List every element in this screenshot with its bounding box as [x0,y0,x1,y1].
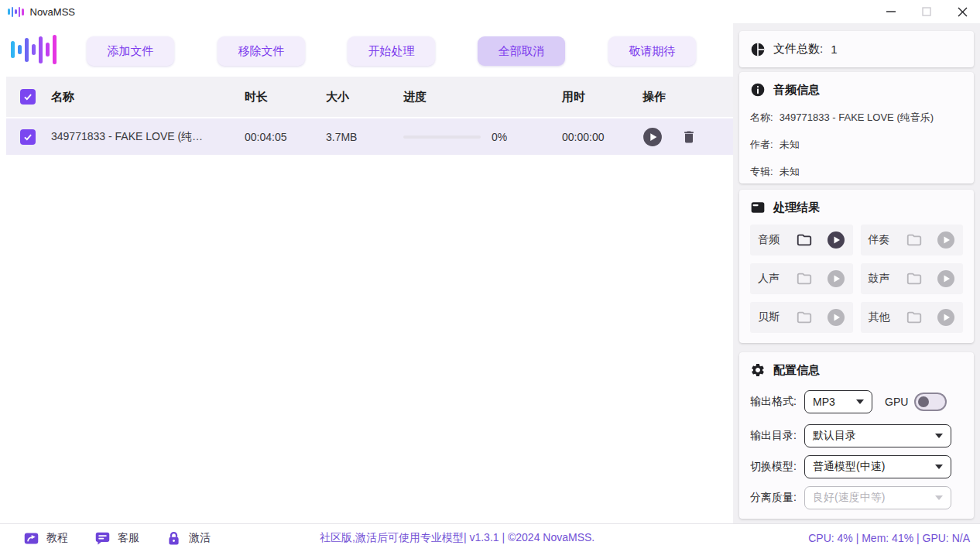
app-logo-icon [8,5,24,18]
pie-chart-icon [750,42,766,57]
output-format-select[interactable]: MP3 [804,390,872,413]
row-progress: 0% [397,131,556,143]
close-button[interactable] [944,0,980,23]
add-files-button[interactable]: 添加文件 [87,36,174,66]
play-icon [937,308,955,327]
row-checkbox[interactable] [20,129,36,145]
row-size: 3.7MB [320,131,397,143]
tutorial-link[interactable]: 教程 [23,530,68,547]
audio-name-label: 名称: [750,111,773,125]
result-item-audio: 音频 [750,225,853,255]
header-actions: 操作 [633,90,733,105]
play-result-button[interactable] [937,308,955,327]
row-duration: 00:04:05 [238,131,320,143]
folder-icon [906,270,923,287]
row-play-button[interactable] [642,127,663,147]
row-checkbox-cell [6,129,45,145]
result-label: 人声 [758,272,780,286]
output-format-value: MP3 [813,396,835,408]
start-processing-button[interactable]: 开始处理 [348,36,435,66]
play-result-button[interactable] [827,231,845,249]
check-icon [22,91,33,102]
audio-artist-value: 未知 [780,138,800,152]
check-icon [22,132,33,142]
output-dir-row: 输出目录: 默认目录 [750,424,963,447]
result-item-drums: 鼓声 [861,263,964,294]
open-folder-button[interactable] [906,231,923,249]
quality-label: 分离质量: [750,491,804,505]
play-icon [937,269,955,288]
audio-artist-label: 作者: [750,138,773,152]
version-status-text: 社区版,激活后可使用专业模型| v1.3.1 | ©2024 NovaMSS. [320,524,595,552]
open-folder-button[interactable] [906,309,923,326]
header-elapsed: 用时 [556,90,633,105]
select-all-checkbox[interactable] [20,89,36,105]
header-name: 名称 [45,90,238,105]
table-row[interactable]: 349771833 - FAKE LOVE (纯… 00:04:05 3.7MB… [6,118,733,155]
output-format-row: 输出格式: MP3 GPU [750,390,963,413]
chevron-down-icon [935,434,943,438]
open-folder-button[interactable] [906,270,923,287]
result-label: 鼓声 [869,272,890,286]
output-dir-value: 默认目录 [813,429,856,443]
open-folder-button[interactable] [796,309,813,326]
minimize-button[interactable] [873,0,909,23]
result-item-bass: 贝斯 [750,302,853,333]
titlebar: NovaMSS [0,0,980,23]
select-all-checkbox-cell [6,89,45,105]
remove-files-button[interactable]: 移除文件 [218,36,305,66]
open-folder-button[interactable] [796,231,813,249]
play-icon [827,231,845,249]
play-icon [827,269,845,288]
total-files-card: 文件总数: 1 [739,31,974,67]
header-duration: 时长 [238,90,320,105]
audio-album-field: 专辑: 未知 [750,165,963,179]
folder-icon [796,270,813,287]
audio-name-value: 349771833 - FAKE LOVE (纯音乐) [780,111,934,125]
system-usage-text: CPU: 4% | Mem: 41% | GPU: N/A [808,524,970,552]
chevron-down-icon [935,495,943,500]
trash-icon [681,129,697,145]
maximize-button[interactable] [909,0,944,23]
results-card: 处理结果 音频 伴奏 人声 鼓声 [739,190,974,343]
results-grid: 音频 伴奏 人声 鼓声 [750,225,963,333]
folder-icon [906,309,923,326]
gear-icon [750,362,766,378]
play-result-button[interactable] [937,269,955,288]
play-result-button[interactable] [937,231,955,249]
audio-info-title: 音频信息 [773,83,820,98]
window-controls [873,0,980,23]
audio-album-value: 未知 [780,165,800,179]
activate-label: 激活 [189,531,211,545]
result-label: 伴奏 [869,233,890,247]
play-icon [827,308,845,327]
activate-link[interactable]: 激活 [166,530,211,547]
lock-icon [166,530,182,547]
row-elapsed: 00:00:00 [556,131,633,143]
header-size: 大小 [320,90,397,105]
model-value: 普通模型(中速) [813,460,885,474]
quality-select: 良好(速度中等) [804,486,951,509]
info-icon [750,82,766,98]
model-select[interactable]: 普通模型(中速) [804,455,951,478]
gpu-toggle[interactable] [914,393,947,411]
header-progress: 进度 [397,90,556,105]
support-link[interactable]: 客服 [94,530,139,547]
quality-value: 良好(速度中等) [813,491,885,505]
play-icon [937,231,955,249]
output-dir-select[interactable]: 默认目录 [804,424,951,447]
row-name: 349771833 - FAKE LOVE (纯… [45,130,238,144]
coming-soon-button[interactable]: 敬请期待 [608,36,696,66]
cancel-all-button[interactable]: 全部取消 [478,36,565,66]
folder-icon [796,231,813,249]
row-delete-button[interactable] [681,129,697,145]
play-result-button[interactable] [827,269,845,288]
open-folder-button[interactable] [796,270,813,287]
chevron-down-icon [856,399,864,404]
chevron-down-icon [935,465,943,469]
support-label: 客服 [118,531,139,545]
play-result-button[interactable] [827,308,845,327]
audio-album-label: 专辑: [750,165,773,179]
footer-links: 教程 客服 激活 [23,524,211,552]
gpu-label: GPU [885,396,908,408]
